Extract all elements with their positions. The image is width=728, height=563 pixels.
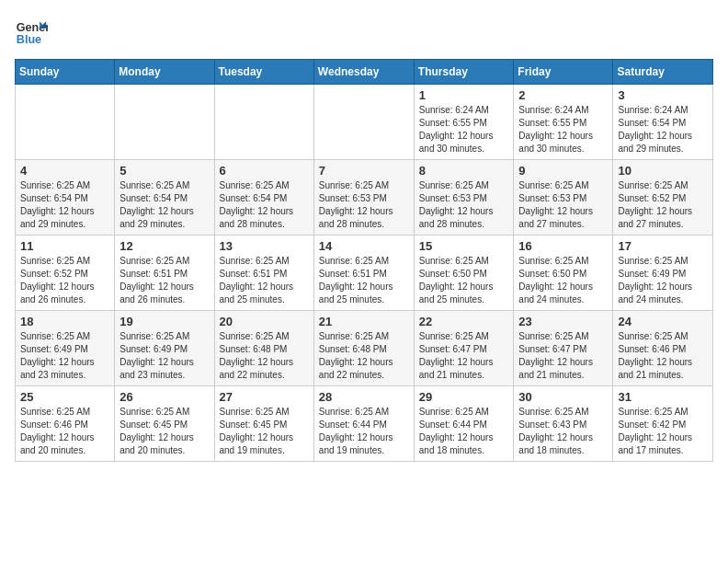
- calendar-cell: 26Sunrise: 6:25 AM Sunset: 6:45 PM Dayli…: [115, 386, 214, 462]
- day-number: 11: [20, 239, 109, 253]
- day-info: Sunrise: 6:25 AM Sunset: 6:49 PM Dayligh…: [618, 255, 708, 306]
- day-number: 27: [220, 390, 309, 404]
- day-info: Sunrise: 6:25 AM Sunset: 6:46 PM Dayligh…: [618, 330, 708, 382]
- calendar-row: 25Sunrise: 6:25 AM Sunset: 6:46 PM Dayli…: [16, 386, 713, 462]
- day-number: 9: [518, 164, 608, 178]
- calendar-cell: 7Sunrise: 6:25 AM Sunset: 6:53 PM Daylig…: [313, 160, 414, 236]
- weekday-header: Saturday: [613, 60, 713, 85]
- day-number: 8: [419, 164, 509, 178]
- calendar-row: 4Sunrise: 6:25 AM Sunset: 6:54 PM Daylig…: [16, 160, 713, 236]
- day-number: 13: [220, 239, 309, 253]
- day-number: 22: [419, 315, 509, 328]
- day-number: 24: [618, 315, 708, 328]
- day-number: 15: [419, 239, 509, 253]
- calendar-row: 1Sunrise: 6:24 AM Sunset: 6:55 PM Daylig…: [16, 85, 713, 160]
- day-info: Sunrise: 6:25 AM Sunset: 6:53 PM Dayligh…: [419, 179, 509, 231]
- day-info: Sunrise: 6:25 AM Sunset: 6:50 PM Dayligh…: [518, 255, 608, 306]
- logo-icon: General Blue: [15, 15, 48, 48]
- day-number: 3: [618, 88, 708, 102]
- day-number: 19: [119, 315, 209, 328]
- day-number: 5: [119, 164, 209, 178]
- calendar-cell: 17Sunrise: 6:25 AM Sunset: 6:49 PM Dayli…: [613, 236, 713, 311]
- day-number: 26: [119, 390, 209, 404]
- day-info: Sunrise: 6:25 AM Sunset: 6:53 PM Dayligh…: [319, 179, 409, 231]
- day-number: 23: [518, 315, 608, 328]
- day-info: Sunrise: 6:25 AM Sunset: 6:52 PM Dayligh…: [618, 179, 708, 231]
- day-number: 31: [618, 390, 708, 404]
- day-info: Sunrise: 6:25 AM Sunset: 6:44 PM Dayligh…: [419, 406, 509, 457]
- day-info: Sunrise: 6:25 AM Sunset: 6:42 PM Dayligh…: [618, 406, 708, 457]
- day-number: 16: [518, 239, 608, 253]
- calendar-cell: [16, 85, 115, 160]
- day-info: Sunrise: 6:25 AM Sunset: 6:53 PM Dayligh…: [518, 179, 608, 231]
- day-info: Sunrise: 6:24 AM Sunset: 6:55 PM Dayligh…: [518, 104, 608, 155]
- day-info: Sunrise: 6:25 AM Sunset: 6:48 PM Dayligh…: [220, 330, 309, 382]
- calendar-cell: 13Sunrise: 6:25 AM Sunset: 6:51 PM Dayli…: [214, 236, 313, 311]
- day-info: Sunrise: 6:25 AM Sunset: 6:47 PM Dayligh…: [518, 330, 608, 382]
- calendar-cell: 16Sunrise: 6:25 AM Sunset: 6:50 PM Dayli…: [514, 236, 613, 311]
- day-info: Sunrise: 6:25 AM Sunset: 6:51 PM Dayligh…: [119, 255, 209, 306]
- day-info: Sunrise: 6:25 AM Sunset: 6:45 PM Dayligh…: [119, 406, 209, 457]
- day-number: 4: [20, 164, 109, 178]
- day-number: 21: [319, 315, 409, 328]
- calendar-cell: 1Sunrise: 6:24 AM Sunset: 6:55 PM Daylig…: [414, 85, 514, 160]
- day-number: 28: [319, 390, 409, 404]
- calendar-cell: 29Sunrise: 6:25 AM Sunset: 6:44 PM Dayli…: [414, 386, 514, 462]
- weekday-header: Sunday: [16, 60, 115, 85]
- day-number: 1: [419, 88, 509, 102]
- day-info: Sunrise: 6:25 AM Sunset: 6:49 PM Dayligh…: [20, 330, 109, 382]
- day-info: Sunrise: 6:25 AM Sunset: 6:50 PM Dayligh…: [419, 255, 509, 306]
- day-number: 2: [518, 88, 608, 102]
- calendar-cell: 20Sunrise: 6:25 AM Sunset: 6:48 PM Dayli…: [214, 311, 313, 386]
- day-info: Sunrise: 6:25 AM Sunset: 6:52 PM Dayligh…: [20, 255, 109, 306]
- calendar-body: 1Sunrise: 6:24 AM Sunset: 6:55 PM Daylig…: [16, 85, 713, 462]
- day-number: 7: [319, 164, 409, 178]
- calendar-cell: 15Sunrise: 6:25 AM Sunset: 6:50 PM Dayli…: [414, 236, 514, 311]
- calendar-cell: 25Sunrise: 6:25 AM Sunset: 6:46 PM Dayli…: [16, 386, 115, 462]
- day-info: Sunrise: 6:25 AM Sunset: 6:48 PM Dayligh…: [319, 330, 409, 382]
- day-number: 12: [119, 239, 209, 253]
- calendar-cell: 11Sunrise: 6:25 AM Sunset: 6:52 PM Dayli…: [16, 236, 115, 311]
- weekday-header: Friday: [514, 60, 613, 85]
- day-info: Sunrise: 6:25 AM Sunset: 6:44 PM Dayligh…: [319, 406, 409, 457]
- calendar-cell: [313, 85, 414, 160]
- day-number: 10: [618, 164, 708, 178]
- weekday-header: Wednesday: [313, 60, 414, 85]
- calendar-cell: [115, 85, 214, 160]
- calendar-cell: 12Sunrise: 6:25 AM Sunset: 6:51 PM Dayli…: [115, 236, 214, 311]
- weekday-header: Thursday: [414, 60, 514, 85]
- day-number: 30: [518, 390, 608, 404]
- calendar-cell: 24Sunrise: 6:25 AM Sunset: 6:46 PM Dayli…: [613, 311, 713, 386]
- calendar-cell: 10Sunrise: 6:25 AM Sunset: 6:52 PM Dayli…: [613, 160, 713, 236]
- day-info: Sunrise: 6:25 AM Sunset: 6:54 PM Dayligh…: [119, 179, 209, 231]
- calendar-cell: 28Sunrise: 6:25 AM Sunset: 6:44 PM Dayli…: [313, 386, 414, 462]
- weekday-header: Monday: [115, 60, 214, 85]
- calendar-cell: 8Sunrise: 6:25 AM Sunset: 6:53 PM Daylig…: [414, 160, 514, 236]
- calendar-cell: 4Sunrise: 6:25 AM Sunset: 6:54 PM Daylig…: [16, 160, 115, 236]
- day-info: Sunrise: 6:25 AM Sunset: 6:51 PM Dayligh…: [319, 255, 409, 306]
- day-info: Sunrise: 6:25 AM Sunset: 6:43 PM Dayligh…: [518, 406, 608, 457]
- calendar-header: SundayMondayTuesdayWednesdayThursdayFrid…: [16, 60, 713, 85]
- calendar-table: SundayMondayTuesdayWednesdayThursdayFrid…: [15, 59, 713, 462]
- day-info: Sunrise: 6:25 AM Sunset: 6:46 PM Dayligh…: [20, 406, 109, 457]
- weekday-header: Tuesday: [214, 60, 313, 85]
- calendar-cell: 21Sunrise: 6:25 AM Sunset: 6:48 PM Dayli…: [313, 311, 414, 386]
- logo: General Blue: [15, 15, 51, 48]
- calendar-cell: 18Sunrise: 6:25 AM Sunset: 6:49 PM Dayli…: [16, 311, 115, 386]
- calendar-cell: 9Sunrise: 6:25 AM Sunset: 6:53 PM Daylig…: [514, 160, 613, 236]
- day-info: Sunrise: 6:25 AM Sunset: 6:45 PM Dayligh…: [220, 406, 309, 457]
- calendar-cell: 6Sunrise: 6:25 AM Sunset: 6:54 PM Daylig…: [214, 160, 313, 236]
- day-number: 20: [220, 315, 309, 328]
- day-number: 6: [220, 164, 309, 178]
- calendar-row: 11Sunrise: 6:25 AM Sunset: 6:52 PM Dayli…: [16, 236, 713, 311]
- svg-text:Blue: Blue: [17, 33, 41, 46]
- day-number: 25: [20, 390, 109, 404]
- calendar-cell: 22Sunrise: 6:25 AM Sunset: 6:47 PM Dayli…: [414, 311, 514, 386]
- day-info: Sunrise: 6:25 AM Sunset: 6:54 PM Dayligh…: [20, 179, 109, 231]
- calendar-cell: 2Sunrise: 6:24 AM Sunset: 6:55 PM Daylig…: [514, 85, 613, 160]
- day-info: Sunrise: 6:24 AM Sunset: 6:55 PM Dayligh…: [419, 104, 509, 155]
- calendar-cell: 14Sunrise: 6:25 AM Sunset: 6:51 PM Dayli…: [313, 236, 414, 311]
- day-info: Sunrise: 6:25 AM Sunset: 6:47 PM Dayligh…: [419, 330, 509, 382]
- day-info: Sunrise: 6:25 AM Sunset: 6:49 PM Dayligh…: [119, 330, 209, 382]
- calendar-cell: 3Sunrise: 6:24 AM Sunset: 6:54 PM Daylig…: [613, 85, 713, 160]
